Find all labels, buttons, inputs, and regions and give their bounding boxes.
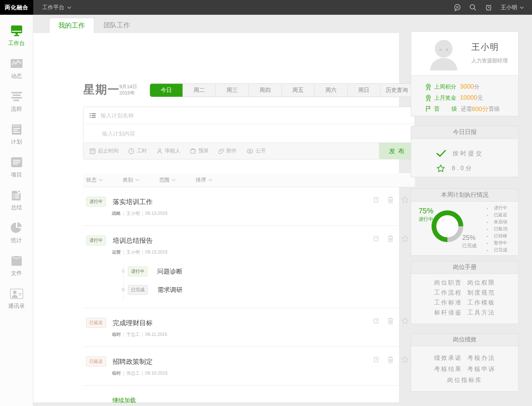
sidebar-item-stats[interactable]: 统计: [0, 219, 33, 252]
date-month-day: 9月14日: [119, 83, 137, 90]
summary-icon: [9, 186, 24, 203]
attachment-tool[interactable]: 附件: [218, 148, 237, 154]
filter-sort[interactable]: 排序: [196, 177, 212, 183]
handbook-link[interactable]: 工作标准: [434, 299, 462, 309]
handbook-link[interactable]: 标杆借鉴: [434, 309, 462, 319]
day-button-fri[interactable]: 周五: [282, 84, 315, 97]
tab-my-work[interactable]: 我的工作: [49, 18, 94, 33]
performance-link[interactable]: 岗位指标库: [447, 376, 482, 388]
day-button-wed[interactable]: 周三: [216, 84, 249, 97]
day-button-sat[interactable]: 周六: [315, 84, 348, 97]
budget-tool[interactable]: 预算: [190, 148, 209, 154]
date-year: 2015年: [119, 90, 137, 96]
delete-icon[interactable]: [387, 317, 394, 324]
message-icon[interactable]: [454, 4, 461, 11]
date-range-tool[interactable]: 起止时间: [89, 148, 119, 154]
remind-icon[interactable]: [372, 317, 380, 324]
plan-name-input[interactable]: [100, 112, 415, 118]
profile-card: 王小明 人力资源部经理 上周积分 3000 分 上月奖金 10000 元 晋级 …: [411, 31, 519, 116]
task-title[interactable]: 培训总结报告: [113, 236, 153, 245]
task-title[interactable]: 落实培训工作: [113, 197, 153, 206]
subtask-title[interactable]: 需求调研: [157, 286, 183, 294]
handbook-link[interactable]: 岗位职责: [434, 279, 462, 289]
donut-chart: [432, 210, 463, 242]
legend-item: •暂停中: [487, 240, 507, 247]
subtask-title[interactable]: 问题诊断: [157, 267, 183, 276]
filter-status[interactable]: 状态: [86, 177, 103, 183]
person-icon: [157, 148, 163, 154]
status-badge: 已延迟: [86, 357, 106, 367]
filter-label: 排序: [196, 177, 206, 183]
alarm-icon[interactable]: [485, 4, 492, 11]
user-menu[interactable]: 王小明: [501, 4, 524, 11]
publish-button[interactable]: 发布: [379, 143, 415, 159]
delete-icon[interactable]: [387, 356, 394, 363]
platform-menu[interactable]: 工作平台: [42, 4, 71, 11]
public-tool[interactable]: 公开: [246, 148, 266, 154]
delete-icon[interactable]: [387, 235, 394, 242]
performance-link[interactable]: 绩效承诺: [434, 354, 462, 365]
remind-icon[interactable]: [372, 196, 380, 203]
performance-link[interactable]: 考核办法: [467, 354, 495, 365]
workbench-icon: [9, 22, 24, 39]
day-button-tue[interactable]: 周二: [183, 84, 216, 97]
donut-primary-label: 75% 进行中: [419, 207, 433, 223]
sidebar-item-workflow[interactable]: 流程: [0, 88, 33, 121]
handbook-link[interactable]: 制度规范: [467, 289, 495, 299]
task-owner: 张总工: [126, 371, 140, 376]
day-button-thu[interactable]: 周四: [249, 84, 282, 97]
filter-category[interactable]: 类别: [123, 177, 139, 183]
search-icon[interactable]: [469, 4, 477, 11]
status-badge: 进行中: [86, 235, 106, 245]
load-more-link[interactable]: 继续加载: [112, 397, 136, 405]
filter-scope[interactable]: 范围: [159, 177, 176, 183]
sidebar-item-activity[interactable]: 动态: [0, 55, 33, 88]
handbook-link[interactable]: 工作流程: [434, 289, 462, 299]
sidebar-item-contacts[interactable]: 通讯录: [0, 285, 33, 318]
star-icon[interactable]: [401, 317, 409, 324]
sidebar-item-files[interactable]: 文件: [0, 252, 33, 285]
star-icon[interactable]: [401, 196, 409, 203]
handbook-link[interactable]: 工具方法: [467, 309, 495, 319]
tab-team-work[interactable]: 团队工作: [94, 18, 139, 33]
sidebar-item-summary[interactable]: 总结: [0, 186, 33, 219]
performance-link[interactable]: 考核申诉: [467, 365, 495, 376]
sidebar-item-workbench[interactable]: 工作台: [0, 22, 33, 55]
plan-composer: 起止时间 工时 审核人 预算 附件 公开 发布: [83, 107, 415, 159]
plan-content-input[interactable]: [102, 130, 415, 137]
handbook-link[interactable]: 工作模板: [467, 299, 495, 309]
task-owner: 王小明: [126, 250, 140, 255]
stat-suffix: 晋级: [488, 106, 499, 113]
star-icon[interactable]: [401, 356, 409, 363]
star-icon[interactable]: [401, 235, 409, 242]
reviewer-tool[interactable]: 审核人: [157, 148, 180, 154]
performance-link[interactable]: 考核结果: [434, 365, 462, 376]
task-meta: 临时|于总工|09.11.2015: [112, 331, 415, 338]
separator: |: [123, 250, 124, 255]
task-title[interactable]: 完成理财目标: [113, 319, 153, 327]
day-button-sun[interactable]: 周日: [348, 84, 381, 97]
donut-secondary-label: 25% 已完成: [462, 234, 477, 249]
sidebar-item-label: 流程: [11, 106, 22, 113]
activity-icon: [9, 55, 24, 72]
task-title[interactable]: 招聘政策制定: [113, 357, 153, 366]
sidebar-item-project[interactable]: 项目: [0, 154, 33, 186]
handbook-card: 岗位手册 岗位职责岗位权限 工作流程制度规范 工作标准工作模板 标杆借鉴工具方法: [411, 261, 519, 324]
separator: |: [142, 371, 143, 376]
chevron-down-icon: [172, 179, 176, 181]
date-header: 星期一 9月14日 2015年 今日 周二 周三 周四 周五 周六 周日 历史查…: [83, 65, 415, 102]
handbook-link[interactable]: 岗位权限: [467, 279, 495, 289]
delete-icon[interactable]: [387, 196, 394, 203]
remind-icon[interactable]: [372, 356, 380, 363]
task-date: 09.10.2015: [145, 371, 167, 376]
remind-icon[interactable]: [372, 235, 380, 242]
sidebar-item-label: 项目: [11, 171, 22, 178]
legend-label: 未启动: [494, 219, 507, 225]
chevron-down-icon: [208, 179, 212, 181]
legend-bullet: •: [487, 248, 488, 252]
day-button-today[interactable]: 今日: [150, 84, 183, 97]
sidebar-item-plan[interactable]: 计划: [0, 121, 33, 154]
work-hours-tool[interactable]: 工时: [128, 148, 147, 154]
tool-label: 起止时间: [98, 148, 119, 154]
day-button-history[interactable]: 历史查询: [381, 84, 413, 97]
